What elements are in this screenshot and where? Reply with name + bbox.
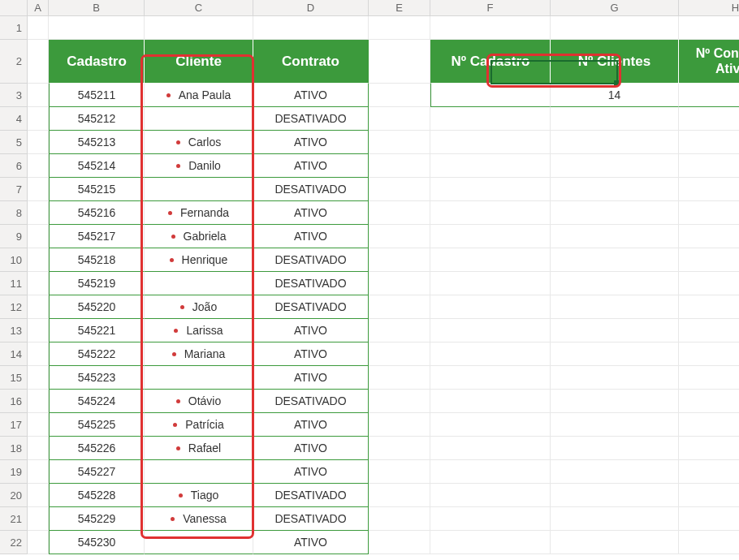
cell-cliente-22[interactable] [145,531,253,554]
cell-contrato-20[interactable]: DESATIVADO [253,484,369,507]
cell-contrato-22[interactable]: ATIVO [253,531,369,554]
cell-E12[interactable] [369,295,430,319]
cell-F7[interactable] [430,178,551,201]
cell-nclientes-value[interactable]: 14 [551,84,679,107]
cell-A2[interactable] [28,40,49,84]
cell-G20[interactable] [551,484,679,507]
cell-G5[interactable] [551,131,679,154]
cell-A22[interactable] [28,531,49,554]
cell-E3[interactable] [369,84,430,107]
cell-cliente-16[interactable]: Otávio [145,390,253,413]
cell-cadastro-17[interactable]: 545225 [49,413,145,437]
cell-E4[interactable] [369,107,430,131]
cell-cadastro-15[interactable]: 545223 [49,366,145,390]
cell-contrato-4[interactable]: DESATIVADO [253,107,369,131]
cell-ncontratos-value[interactable] [679,84,739,107]
row-header-20[interactable]: 20 [0,484,28,507]
cell-contrato-6[interactable]: ATIVO [253,154,369,178]
cell-F12[interactable] [430,295,551,319]
row-header-13[interactable]: 13 [0,319,28,342]
cell-contrato-12[interactable]: DESATIVADO [253,295,369,319]
row-header-12[interactable]: 12 [0,295,28,319]
cell-cadastro-11[interactable]: 545219 [49,272,145,295]
cell-H14[interactable] [679,342,739,366]
cell-E2[interactable] [369,40,430,84]
cell-G13[interactable] [551,319,679,342]
row-header-1[interactable]: 1 [0,16,28,40]
cell-E17[interactable] [369,413,430,437]
col-header-F[interactable]: F [430,0,551,16]
cell-cliente-12[interactable]: João [145,295,253,319]
cell-contrato-14[interactable]: ATIVO [253,342,369,366]
row-header-5[interactable]: 5 [0,131,28,154]
cell-A7[interactable] [28,178,49,201]
cell-H6[interactable] [679,154,739,178]
cell-H17[interactable] [679,413,739,437]
row-header-6[interactable]: 6 [0,154,28,178]
cell-cadastro-7[interactable]: 545215 [49,178,145,201]
cell-contrato-10[interactable]: DESATIVADO [253,248,369,272]
cell-cadastro-16[interactable]: 545224 [49,390,145,413]
cell-cadastro-5[interactable]: 545213 [49,131,145,154]
row-header-14[interactable]: 14 [0,342,28,366]
cell-G19[interactable] [551,460,679,484]
cell-cadastro-19[interactable]: 545227 [49,460,145,484]
cell-A20[interactable] [28,484,49,507]
cell-G16[interactable] [551,390,679,413]
cell-F20[interactable] [430,484,551,507]
cell-F5[interactable] [430,131,551,154]
cell-cadastro-20[interactable]: 545228 [49,484,145,507]
cell-E21[interactable] [369,507,430,531]
cell-G22[interactable] [551,531,679,554]
cell-H5[interactable] [679,131,739,154]
cell-G15[interactable] [551,366,679,390]
row-header-3[interactable]: 3 [0,84,28,107]
cell-contrato-19[interactable]: ATIVO [253,460,369,484]
cell-contrato-7[interactable]: DESATIVADO [253,178,369,201]
cell-E6[interactable] [369,154,430,178]
row-header-19[interactable]: 19 [0,460,28,484]
cell-F21[interactable] [430,507,551,531]
cell-cliente-3[interactable]: Ana Paula [145,84,253,107]
col-header-B[interactable]: B [49,0,145,16]
cell-A17[interactable] [28,413,49,437]
cell-F15[interactable] [430,366,551,390]
cell-G6[interactable] [551,154,679,178]
cell-H19[interactable] [679,460,739,484]
cell-E1[interactable] [369,16,430,40]
cell-F17[interactable] [430,413,551,437]
cell-cadastro-22[interactable]: 545230 [49,531,145,554]
cell-F4[interactable] [430,107,551,131]
cell-cliente-13[interactable]: Larissa [145,319,253,342]
cell-G12[interactable] [551,295,679,319]
cell-cliente-21[interactable]: Vanessa [145,507,253,531]
cell-cadastro-6[interactable]: 545214 [49,154,145,178]
cell-contrato-3[interactable]: ATIVO [253,84,369,107]
cell-cadastro-13[interactable]: 545221 [49,319,145,342]
cell-A19[interactable] [28,460,49,484]
cell-E11[interactable] [369,272,430,295]
cell-cliente-11[interactable] [145,272,253,295]
cell-A4[interactable] [28,107,49,131]
cell-contrato-15[interactable]: ATIVO [253,366,369,390]
cell-G4[interactable] [551,107,679,131]
cell-F16[interactable] [430,390,551,413]
cell-H16[interactable] [679,390,739,413]
cell-cliente-20[interactable]: Tiago [145,484,253,507]
cell-contrato-21[interactable]: DESATIVADO [253,507,369,531]
cell-cliente-6[interactable]: Danilo [145,154,253,178]
cell-H15[interactable] [679,366,739,390]
cell-cliente-14[interactable]: Mariana [145,342,253,366]
cell-A1[interactable] [28,16,49,40]
cell-A10[interactable] [28,248,49,272]
row-header-18[interactable]: 18 [0,437,28,460]
cell-A9[interactable] [28,225,49,248]
cell-A5[interactable] [28,131,49,154]
cell-cadastro-21[interactable]: 545229 [49,507,145,531]
cell-G7[interactable] [551,178,679,201]
row-header-17[interactable]: 17 [0,413,28,437]
cell-A21[interactable] [28,507,49,531]
select-all-corner[interactable] [0,0,28,16]
cell-H12[interactable] [679,295,739,319]
cell-E18[interactable] [369,437,430,460]
